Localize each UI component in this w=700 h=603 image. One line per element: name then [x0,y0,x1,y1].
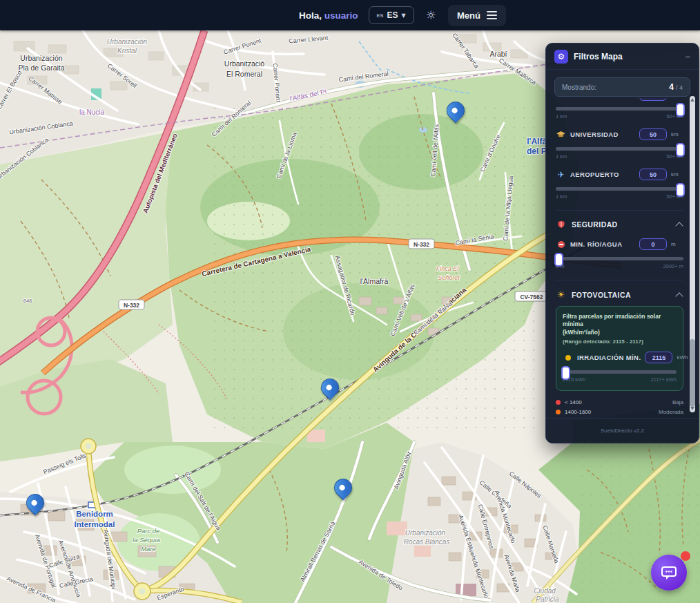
showing-count: 4 [669,82,674,92]
panel-footer: SueloDirecto v2.2 [546,418,699,443]
irradiation-card: Filtra parcelas por irradiación solar mí… [556,306,683,391]
user-greeting: Hola, usuario [299,10,358,21]
no-entry-icon [556,241,566,248]
filter-universidad: UNIVERSIDAD 50 km [556,128,683,140]
legend-row: < 1400 Baja [556,399,683,405]
slider-thumb[interactable] [676,183,685,197]
svg-text:Finca El: Finca El [436,265,460,272]
filters-scroll-area[interactable]: 1 km50+ km UNIVERSIDAD 50 km 1 km50+ km … [546,98,699,418]
svg-text:CV-7562: CV-7562 [520,294,543,300]
scroll-up-arrow[interactable] [690,98,694,102]
chat-button[interactable] [651,555,687,591]
legend-dot-red [556,400,561,405]
sun-icon: ☼ [426,8,436,22]
svg-text:Señoret: Señoret [438,274,460,281]
irradiacion-slider[interactable] [563,370,677,374]
hamburger-icon [487,11,497,19]
shield-icon [556,220,566,229]
svg-text:Benidorm: Benidorm [76,510,113,518]
chevron-up-icon[interactable] [675,222,683,229]
svg-text:Urbanización: Urbanización [20,54,62,62]
slider-thumb[interactable] [676,143,685,157]
road-ref-cv7562: CV-7562 [515,291,548,301]
svg-text:N-332: N-332 [124,302,139,309]
universidad-value[interactable]: 50 [639,128,667,140]
legend-row: 1400-1600 Moderada [556,409,683,415]
caret-down-icon: ▼ [402,12,406,19]
filter-irradiacion: IRRADIACIÓN MÍN. 2115 kWh [563,352,677,363]
svg-text:648: 648 [23,298,32,304]
road-ref-n332-west: N-332 [119,300,144,309]
app: Urbanización Pla de Garaita Urbanización… [0,0,700,603]
svg-text:Arabí: Arabí [489,50,507,58]
app-version: SueloDirecto v2.2 [601,428,644,434]
slider-thumb[interactable] [554,253,563,267]
svg-text:El Romeral: El Romeral [226,70,262,78]
airplane-icon: ✈ [556,170,566,180]
legend-dot-orange [556,410,561,414]
svg-text:Parc de: Parc de [137,527,160,535]
slider-thumb[interactable] [676,103,685,117]
panel-header: ⚙ Filtros Mapa − [546,44,699,70]
svg-text:Intermodal: Intermodal [75,520,115,528]
scrollbar-thumb[interactable] [690,339,695,407]
svg-text:N-332: N-332 [414,241,429,248]
slider-scale: 1 km50+ km [556,193,683,200]
svg-text:l'Almafrà: l'Almafrà [360,277,389,285]
navbar: Hola, usuario ES ES ▼ ☼ Menú [0,0,700,30]
card-range: (Rango detectado: 2115 - 2117) [563,338,677,345]
slider-scale: 2115 kWh2117+ kWh [563,376,677,383]
svg-text:Urbanización: Urbanización [107,38,148,46]
irradiacion-value[interactable]: 2115 [645,352,672,363]
svg-text:Mare: Mare [141,545,156,553]
rio-agua-slider[interactable] [556,257,683,260]
results-counter: Mostrando: 4 / 4 [554,77,690,97]
svg-text:Ciudad: Ciudad [534,587,556,595]
sun-icon: ☀ [556,289,566,300]
svg-text:Patricia: Patricia [536,595,559,603]
svg-text:Urbanització: Urbanització [224,59,265,68]
svg-text:la Nucia: la Nucia [79,108,105,116]
universidad-slider[interactable] [556,147,683,151]
slider-thumb[interactable] [561,366,570,380]
panel-scrollbar[interactable] [690,96,695,412]
svg-text:Rocas Blancas: Rocas Blancas [404,538,450,546]
showing-total: / 4 [676,84,683,91]
slider-scale: 0 m2000+ m [556,263,683,269]
svg-text:la Séquia: la Séquia [133,536,160,544]
showing-label: Mostrando: [562,84,669,91]
language-selector[interactable]: ES ES ▼ [369,6,414,24]
aeropuerto-value[interactable]: 50 [639,169,667,180]
road-ref-n332-east: N-332 [409,239,434,249]
collapse-panel-button[interactable]: − [685,52,690,62]
svg-text:Kristal: Kristal [117,47,137,55]
map-filters-panel: ⚙ Filtros Mapa − Mostrando: 4 / 4 1 km50… [545,43,699,443]
irradiation-legend: < 1400 Baja 1400-1600 Moderada 1600-1800… [556,399,683,418]
slider-scale: 1 km50+ km [556,113,683,119]
section-seguridad[interactable]: SEGURIDAD [556,210,683,229]
filter-rio-agua: MIN. RÍO/AGUA 0 m [556,238,683,250]
username: usuario [324,10,358,21]
chat-bubble-icon [660,565,678,580]
filter-aeropuerto: ✈ AEROPUERTO 50 km [556,169,683,180]
svg-text:Urbanización: Urbanización [405,529,446,537]
theme-toggle-button[interactable]: ☼ [425,8,438,22]
panel-title: Filtros Mapa [574,52,679,61]
graduation-cap-icon [556,131,566,138]
aeropuerto-slider[interactable] [556,187,683,191]
notification-dot [681,551,690,561]
svg-text:Pla de Garaita: Pla de Garaita [18,64,64,72]
section-fotovoltaica[interactable]: ☀ FOTOVOLTAICA [556,280,683,300]
distance-slider[interactable] [556,107,683,111]
rio-agua-value[interactable]: 0 [639,238,667,250]
slider-scale: 1 km50+ km [556,153,683,160]
card-description: Filtra parcelas por irradiación solar mí… [563,313,677,336]
menu-button[interactable]: Menú [448,5,506,26]
chevron-up-icon[interactable] [675,292,683,300]
gear-icon: ⚙ [554,50,568,64]
yellow-dot-icon [563,355,573,361]
partial-filter-row [556,98,683,105]
scroll-down-arrow[interactable] [690,407,694,410]
